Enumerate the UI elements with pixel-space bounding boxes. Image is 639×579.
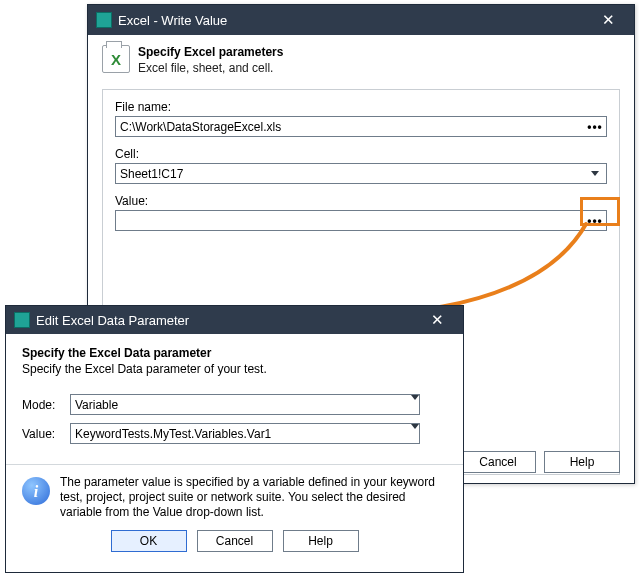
ok-button[interactable]: OK <box>111 530 187 552</box>
cell-label: Cell: <box>115 147 607 161</box>
cancel-button[interactable]: Cancel <box>460 451 536 473</box>
app-icon <box>96 12 112 28</box>
value-ellipsis-icon[interactable]: ••• <box>584 211 606 230</box>
dialog-value-input[interactable]: KeywordTests.MyTest.Variables.Var1 <box>70 423 420 444</box>
dialog-divider <box>6 464 463 465</box>
dialog-footer: OK Cancel Help <box>22 530 447 552</box>
dialog-header-sub: Specify the Excel Data parameter of your… <box>22 362 447 376</box>
mode-chevron-down-icon[interactable] <box>411 395 419 414</box>
file-name-input[interactable]: C:\Work\DataStorageExcel.xls ••• <box>115 116 607 137</box>
cell-chevron-down-icon[interactable] <box>584 164 606 183</box>
value-value[interactable] <box>116 211 584 230</box>
dialog-close-icon[interactable]: ✕ <box>419 305 455 335</box>
dialog-header-title: Specify the Excel Data parameter <box>22 346 447 360</box>
file-name-label: File name: <box>115 100 607 114</box>
value-input[interactable]: ••• <box>115 210 607 231</box>
main-title: Excel - Write Value <box>118 13 590 28</box>
dialog-titlebar[interactable]: Edit Excel Data Parameter ✕ <box>6 306 463 334</box>
excel-icon: X <box>102 45 130 73</box>
main-header-sub: Excel file, sheet, and cell. <box>138 61 283 75</box>
file-name-value[interactable]: C:\Work\DataStorageExcel.xls <box>116 117 584 136</box>
main-header: X Specify Excel parameters Excel file, s… <box>88 35 634 89</box>
mode-value[interactable]: Variable <box>71 395 411 414</box>
dialog-value-value[interactable]: KeywordTests.MyTest.Variables.Var1 <box>71 424 411 443</box>
info-icon: i <box>22 477 50 505</box>
mode-label: Mode: <box>22 398 70 412</box>
dialog-help-button[interactable]: Help <box>283 530 359 552</box>
file-name-ellipsis-icon[interactable]: ••• <box>584 117 606 136</box>
info-text: The parameter value is specified by a va… <box>60 475 447 520</box>
main-header-title: Specify Excel parameters <box>138 45 283 59</box>
cell-value[interactable]: Sheet1!C17 <box>116 164 584 183</box>
dialog-value-chevron-down-icon[interactable] <box>411 424 419 443</box>
mode-input[interactable]: Variable <box>70 394 420 415</box>
close-icon[interactable]: ✕ <box>590 5 626 35</box>
dialog-app-icon <box>14 312 30 328</box>
main-titlebar[interactable]: Excel - Write Value ✕ <box>88 5 634 35</box>
cell-input[interactable]: Sheet1!C17 <box>115 163 607 184</box>
dialog-value-label: Value: <box>22 427 70 441</box>
dialog-title: Edit Excel Data Parameter <box>36 313 419 328</box>
help-button[interactable]: Help <box>544 451 620 473</box>
value-label: Value: <box>115 194 607 208</box>
dialog-cancel-button[interactable]: Cancel <box>197 530 273 552</box>
edit-parameter-dialog: Edit Excel Data Parameter ✕ Specify the … <box>5 305 464 573</box>
